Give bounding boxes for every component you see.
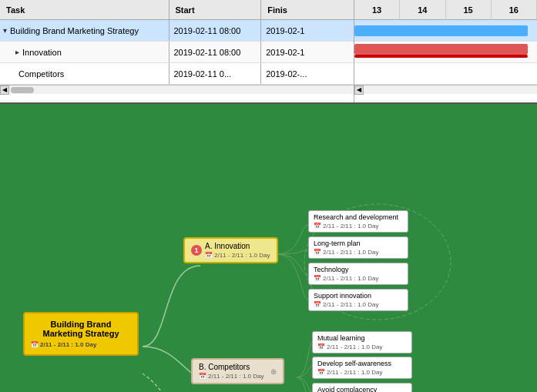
cal-icon: 📅 <box>314 249 321 256</box>
leaf-b-1[interactable]: Mutual learning 📅 2/11 - 2/11 : 1.0 Day <box>312 331 412 353</box>
leaf-a-2[interactable]: Long-term plan 📅 2/11 - 2/11 : 1.0 Day <box>308 236 408 259</box>
timeline-scroll-left[interactable]: ◀ <box>354 85 364 95</box>
leaf-a-2-label: Long-term plan <box>314 240 403 247</box>
scroll-thumb[interactable] <box>11 87 34 93</box>
timeline-col-14: 14 <box>400 0 445 19</box>
cal-icon: 📅 <box>314 223 321 230</box>
gantt-bar-2a <box>354 44 528 55</box>
calendar-icon: 📅 <box>31 341 39 348</box>
start-cell-3: 2019-02-11 0... <box>169 63 262 84</box>
gantt-row-3[interactable]: Competitors 2019-02-11 0... 2019-02-... <box>0 63 354 85</box>
start-cell-2: 2019-02-11 08:00 <box>169 42 262 62</box>
task-label-1: Building Brand Marketing Strategy <box>10 26 139 35</box>
timeline-row-1 <box>354 20 537 42</box>
leaf-b-3-label: Avoid complacency <box>317 386 407 392</box>
task-cell-2[interactable]: ▸ Innovation <box>0 42 169 62</box>
node-b-date: 📅 2/11 - 2/11 : 1.0 Day <box>199 373 264 380</box>
expand-icon-1[interactable]: ▾ <box>3 26 7 35</box>
timeline-scrollbar[interactable]: ◀ <box>354 85 537 94</box>
mindmap-section: Building Brand Marketing Strategy 📅 2/11… <box>0 104 537 392</box>
finish-cell-1: 2019-02-1 <box>261 20 354 41</box>
gantt-section: Task Start Finis ▾ Building Brand Market… <box>0 0 537 104</box>
timeline-row-3 <box>354 63 537 85</box>
gantt-bar-2b <box>354 55 528 58</box>
leaf-a-4-date: 📅 2/11 - 2/11 : 1.0 Day <box>314 301 403 308</box>
gantt-bar-1 <box>354 25 528 36</box>
gantt-header: Task Start Finis <box>0 0 354 20</box>
cal-icon: 📅 <box>314 301 321 308</box>
mindmap-node-a[interactable]: 1 A. Innovation 📅 2/11 - 2/11 : 1.0 Day <box>183 237 278 263</box>
leaf-a-3-date: 📅 2/11 - 2/11 : 1.0 Day <box>314 275 403 282</box>
finish-cell-2: 2019-02-1 <box>261 42 354 62</box>
task-label-2: Innovation <box>22 48 62 57</box>
leaf-a-1[interactable]: Research and development 📅 2/11 - 2/11 :… <box>308 210 408 233</box>
leaf-a-4-label: Support innovation <box>314 292 403 300</box>
gantt-row-1[interactable]: ▾ Building Brand Marketing Strategy 2019… <box>0 20 354 42</box>
timeline-col-13: 13 <box>354 0 400 19</box>
col-task-header: Task <box>0 0 169 19</box>
root-label: Building Brand Marketing Strategy <box>31 320 131 338</box>
gantt-left-panel: Task Start Finis ▾ Building Brand Market… <box>0 0 354 102</box>
leaf-a-4[interactable]: Support innovation 📅 2/11 - 2/11 : 1.0 D… <box>308 289 408 311</box>
leaf-b-1-date: 📅 2/11 - 2/11 : 1.0 Day <box>317 343 407 350</box>
task-cell-3[interactable]: Competitors <box>0 63 169 84</box>
cal-icon: 📅 <box>317 369 325 376</box>
timeline-row-2 <box>354 42 537 63</box>
node-b-expand[interactable]: ⊕ <box>270 367 277 376</box>
timeline-col-15: 15 <box>446 0 492 19</box>
node-a-date: 📅 2/11 - 2/11 : 1.0 Day <box>205 252 270 259</box>
node-a-number: 1 <box>191 245 202 256</box>
finish-cell-3: 2019-02-... <box>261 63 354 84</box>
leaf-a-3[interactable]: Technology 📅 2/11 - 2/11 : 1.0 Day <box>308 263 408 285</box>
leaf-b-2[interactable]: Develop self-awareness 📅 2/11 - 2/11 : 1… <box>312 357 412 379</box>
timeline-col-16: 16 <box>492 0 537 19</box>
start-cell-1: 2019-02-11 08:00 <box>169 20 262 41</box>
cal-icon: 📅 <box>317 343 325 350</box>
node-a-label: A. Innovation <box>205 242 270 250</box>
col-finish-header: Finis <box>261 0 354 19</box>
horizontal-scrollbar[interactable]: ◀ <box>0 85 354 94</box>
gantt-row-2[interactable]: ▸ Innovation 2019-02-11 08:00 2019-02-1 <box>0 42 354 63</box>
leaf-a-2-date: 📅 2/11 - 2/11 : 1.0 Day <box>314 249 403 256</box>
leaf-a-1-date: 📅 2/11 - 2/11 : 1.0 Day <box>314 223 403 230</box>
leaf-a-1-label: Research and development <box>314 213 403 221</box>
expand-icon-2[interactable]: ▸ <box>15 48 19 56</box>
node-b-label: B. Competitors <box>199 363 264 371</box>
scroll-left-btn[interactable]: ◀ <box>0 85 9 95</box>
timeline-header: 13 14 15 16 <box>354 0 537 20</box>
leaf-a-3-label: Technology <box>314 266 403 273</box>
leaf-b-3[interactable]: Avoid complacency 📅 2/11 - 2/11 : 1.0 Da… <box>312 383 412 392</box>
timeline-body: ◀ <box>354 20 537 94</box>
leaf-b-1-label: Mutual learning <box>317 334 407 342</box>
leaf-b-2-label: Develop self-awareness <box>317 360 407 367</box>
task-label-3: Competitors <box>18 69 64 79</box>
gantt-timeline: 13 14 15 16 ◀ <box>354 0 537 102</box>
leaf-b-2-date: 📅 2/11 - 2/11 : 1.0 Day <box>317 369 407 376</box>
col-start-header: Start <box>169 0 262 19</box>
mindmap-node-b[interactable]: B. Competitors 📅 2/11 - 2/11 : 1.0 Day ⊕ <box>191 358 284 384</box>
root-date: 📅 2/11 - 2/11 : 1.0 Day <box>31 341 131 348</box>
mindmap-root-node[interactable]: Building Brand Marketing Strategy 📅 2/11… <box>23 312 139 356</box>
cal-icon: 📅 <box>314 275 321 282</box>
calendar-icon-a: 📅 <box>205 252 213 259</box>
task-cell-1[interactable]: ▾ Building Brand Marketing Strategy <box>0 20 169 41</box>
calendar-icon-b: 📅 <box>199 373 206 380</box>
